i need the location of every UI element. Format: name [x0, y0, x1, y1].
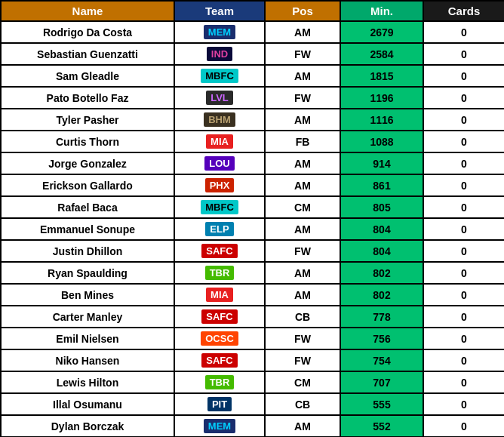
table-row: Lewis HiltonTBRCM7070 — [1, 371, 504, 393]
player-pos: AM — [265, 284, 340, 306]
player-min: 802 — [340, 284, 423, 306]
player-team: MIA — [174, 131, 265, 152]
player-min: 914 — [340, 152, 423, 174]
player-team: MEM — [174, 415, 265, 437]
player-team: SAFC — [174, 306, 265, 328]
table-row: Rodrigo Da CostaMEMAM26790 — [1, 21, 504, 43]
player-cards: 0 — [423, 174, 504, 196]
table-row: Illal OsumanuPITCB5550 — [1, 393, 504, 415]
player-min: 1116 — [340, 109, 423, 131]
player-name: Lewis Hilton — [1, 371, 174, 393]
player-cards: 0 — [423, 415, 504, 437]
player-pos: FW — [265, 43, 340, 65]
player-min: 2584 — [340, 43, 423, 65]
player-pos: AM — [265, 21, 340, 43]
player-pos: CB — [265, 306, 340, 328]
player-min: 804 — [340, 218, 423, 240]
player-pos: FW — [265, 349, 340, 371]
player-name: Niko Hansen — [1, 349, 174, 371]
player-cards: 0 — [423, 240, 504, 262]
table-row: Niko HansenSAFCFW7540 — [1, 349, 504, 371]
player-team: PHX — [174, 174, 265, 196]
player-cards: 0 — [423, 349, 504, 371]
player-name: Jorge Gonzalez — [1, 152, 174, 174]
player-pos: AM — [265, 218, 340, 240]
player-pos: AM — [265, 262, 340, 284]
player-name: Tyler Pasher — [1, 109, 174, 131]
header-pos: Pos — [265, 1, 340, 21]
table-row: Erickson GallardoPHXAM8610 — [1, 174, 504, 196]
table-row: Justin DhillonSAFCFW8040 — [1, 240, 504, 262]
player-cards: 0 — [423, 284, 504, 306]
table-row: Sebastian GuenzattiINDFW25840 — [1, 43, 504, 65]
player-team: MBFC — [174, 196, 265, 218]
player-cards: 0 — [423, 393, 504, 415]
player-name: Emmanuel Sonupe — [1, 218, 174, 240]
player-pos: CM — [265, 196, 340, 218]
player-min: 802 — [340, 262, 423, 284]
player-team: TBR — [174, 371, 265, 393]
player-name: Carter Manley — [1, 306, 174, 328]
player-pos: CB — [265, 393, 340, 415]
table-row: Ben MinesMIAAM8020 — [1, 284, 504, 306]
player-team: BHM — [174, 109, 265, 131]
player-cards: 0 — [423, 87, 504, 109]
player-pos: AM — [265, 109, 340, 131]
table-row: Pato Botello FazLVLFW11960 — [1, 87, 504, 109]
player-cards: 0 — [423, 262, 504, 284]
player-pos: CM — [265, 371, 340, 393]
player-name: Ryan Spaulding — [1, 262, 174, 284]
player-min: 1815 — [340, 65, 423, 87]
player-team: OCSC — [174, 328, 265, 349]
player-cards: 0 — [423, 131, 504, 152]
player-name: Rafael Baca — [1, 196, 174, 218]
table-row: Dylan BorczakMEMAM5520 — [1, 415, 504, 437]
player-cards: 0 — [423, 21, 504, 43]
player-min: 861 — [340, 174, 423, 196]
player-team: LVL — [174, 87, 265, 109]
header-name: Name — [1, 1, 174, 21]
player-team: SAFC — [174, 240, 265, 262]
player-min: 1196 — [340, 87, 423, 109]
player-team: LOU — [174, 152, 265, 174]
player-team: TBR — [174, 262, 265, 284]
table-row: Tyler PasherBHMAM11160 — [1, 109, 504, 131]
player-team: PIT — [174, 393, 265, 415]
player-min: 778 — [340, 306, 423, 328]
player-pos: FB — [265, 131, 340, 152]
player-min: 756 — [340, 328, 423, 349]
player-pos: AM — [265, 65, 340, 87]
player-name: Justin Dhillon — [1, 240, 174, 262]
player-cards: 0 — [423, 371, 504, 393]
player-min: 1088 — [340, 131, 423, 152]
player-pos: AM — [265, 174, 340, 196]
table-row: Jorge GonzalezLOUAM9140 — [1, 152, 504, 174]
player-name: Curtis Thorn — [1, 131, 174, 152]
player-name: Rodrigo Da Costa — [1, 21, 174, 43]
player-team: MBFC — [174, 65, 265, 87]
player-min: 552 — [340, 415, 423, 437]
player-min: 754 — [340, 349, 423, 371]
player-name: Sam Gleadle — [1, 65, 174, 87]
player-name: Ben Mines — [1, 284, 174, 306]
player-team: MIA — [174, 284, 265, 306]
player-cards: 0 — [423, 109, 504, 131]
header-team: Team — [174, 1, 265, 21]
table-row: Carter ManleySAFCCB7780 — [1, 306, 504, 328]
player-team: IND — [174, 43, 265, 65]
table-row: Curtis ThornMIAFB10880 — [1, 131, 504, 152]
player-pos: AM — [265, 152, 340, 174]
player-cards: 0 — [423, 218, 504, 240]
table-row: Emmanuel SonupeELPAM8040 — [1, 218, 504, 240]
player-pos: AM — [265, 415, 340, 437]
table-row: Sam GleadleMBFCAM18150 — [1, 65, 504, 87]
table-row: Emil NielsenOCSCFW7560 — [1, 328, 504, 349]
player-cards: 0 — [423, 43, 504, 65]
player-cards: 0 — [423, 152, 504, 174]
player-cards: 0 — [423, 65, 504, 87]
player-min: 804 — [340, 240, 423, 262]
player-min: 2679 — [340, 21, 423, 43]
player-name: Emil Nielsen — [1, 328, 174, 349]
player-cards: 0 — [423, 328, 504, 349]
player-name: Pato Botello Faz — [1, 87, 174, 109]
